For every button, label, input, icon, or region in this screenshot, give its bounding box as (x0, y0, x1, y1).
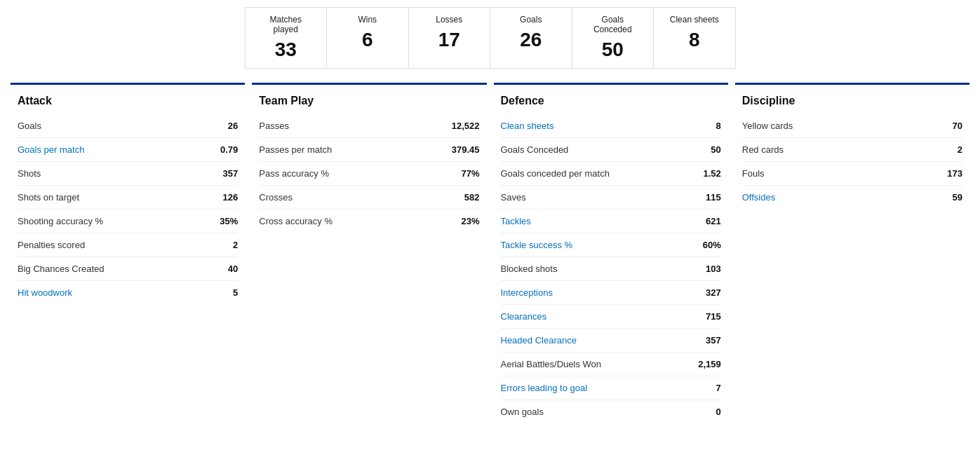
stat-label: Penalties scored (18, 240, 85, 250)
stat-label: Yellow cards (742, 121, 793, 131)
stat-label: Shots (18, 168, 41, 179)
stat-value: 5 (233, 287, 238, 298)
stat-value: 0.79 (220, 144, 238, 155)
summary-cell-4: Goals Conceded 50 (572, 8, 655, 68)
stat-label: Goals conceded per match (501, 168, 610, 179)
stat-value: 70 (953, 121, 962, 131)
summary-value-1: 6 (338, 29, 397, 51)
stat-value: 103 (706, 264, 721, 274)
summary-value-2: 17 (420, 29, 479, 51)
stat-label: Interceptions (501, 287, 553, 298)
stat-label: Saves (501, 192, 526, 203)
stat-row: Yellow cards70 (742, 114, 962, 138)
stat-value: 8 (716, 121, 721, 131)
stat-value: 357 (706, 335, 721, 346)
stat-row: Big Chances Created40 (18, 257, 238, 281)
section-title-2: Defence (501, 85, 721, 114)
stat-label: Headed Clearance (501, 335, 577, 346)
stat-value: 59 (953, 192, 962, 203)
stat-row: Passes12,522 (259, 114, 479, 138)
stat-label: Red cards (742, 144, 784, 155)
summary-cell-1: Wins 6 (327, 8, 409, 68)
stat-value: 23% (461, 216, 479, 226)
stat-value: 715 (706, 311, 721, 322)
stat-label: Offsides (742, 192, 775, 203)
stat-value: 0 (716, 407, 721, 417)
summary-cell-3: Goals 26 (490, 8, 572, 68)
stat-row: Shots357 (18, 162, 238, 186)
stat-row: Penalties scored2 (18, 233, 238, 257)
stat-label: Clearances (501, 311, 547, 322)
summary-label-5: Clean sheets (665, 15, 724, 25)
summary-bar: Matches played 33 Wins 6 Losses 17 Goals… (245, 7, 736, 69)
summary-label-4: Goals Conceded (584, 15, 643, 34)
summary-value-3: 26 (502, 29, 561, 51)
summary-label-0: Matches played (257, 15, 316, 34)
stat-label: Aerial Battles/Duels Won (501, 359, 602, 369)
stat-value: 379.45 (452, 144, 480, 155)
stat-row: Goals26 (18, 114, 238, 138)
stat-label: Fouls (742, 168, 765, 179)
stats-section-2: DefenceClean sheets8Goals Conceded50Goal… (494, 83, 728, 423)
stat-label: Goals (18, 121, 41, 131)
summary-label-3: Goals (502, 15, 561, 25)
stat-value: 126 (223, 192, 239, 203)
section-title-3: Discipline (742, 85, 962, 114)
stat-row: Shooting accuracy %35% (18, 210, 238, 233)
stat-label: Own goals (501, 407, 544, 417)
stat-row: Interceptions327 (501, 281, 721, 305)
summary-value-5: 8 (665, 29, 724, 51)
stat-value: 12,522 (452, 121, 480, 131)
stat-value: 582 (464, 192, 480, 203)
section-title-0: Attack (18, 85, 238, 114)
stat-row: Saves115 (501, 186, 721, 210)
stat-value: 2,159 (698, 359, 721, 369)
stat-label: Errors leading to goal (501, 383, 588, 393)
stat-row: Goals Conceded50 (501, 138, 721, 162)
stat-value: 50 (711, 144, 720, 155)
summary-cell-0: Matches played 33 (246, 8, 328, 68)
stat-label: Blocked shots (501, 264, 558, 274)
stat-value: 1.52 (703, 168, 720, 179)
stat-label: Tackle success % (501, 240, 573, 250)
stat-value: 26 (228, 121, 238, 131)
stat-label: Tackles (501, 216, 531, 226)
stat-row: Shots on target126 (18, 186, 238, 210)
stat-value: 60% (703, 240, 721, 250)
summary-label-2: Losses (420, 15, 479, 25)
stat-row: Pass accuracy %77% (259, 162, 479, 186)
stat-value: 2 (958, 144, 962, 155)
stat-value: 77% (461, 168, 479, 179)
stats-section-1: Team PlayPasses12,522Passes per match379… (252, 83, 486, 423)
stat-row: Blocked shots103 (501, 257, 721, 281)
stat-row: Passes per match379.45 (259, 138, 479, 162)
stat-label: Cross accuracy % (259, 216, 333, 226)
stat-row: Goals conceded per match1.52 (501, 162, 721, 186)
stat-row: Goals per match0.79 (18, 138, 238, 162)
stat-row: Errors leading to goal7 (501, 376, 721, 400)
stat-label: Passes per match (259, 144, 332, 155)
summary-value-0: 33 (257, 39, 316, 61)
stat-value: 115 (706, 192, 721, 203)
stats-grid: AttackGoals26Goals per match0.79Shots357… (7, 83, 973, 423)
stat-row: Cross accuracy %23% (259, 210, 479, 233)
stat-label: Goals Conceded (501, 144, 569, 155)
stat-value: 2 (233, 240, 238, 250)
stat-label: Pass accuracy % (259, 168, 329, 179)
summary-cell-2: Losses 17 (409, 8, 491, 68)
stat-value: 7 (716, 383, 721, 393)
stat-row: Red cards2 (742, 138, 962, 162)
stat-row: Aerial Battles/Duels Won2,159 (501, 353, 721, 376)
stat-label: Hit woodwork (18, 287, 72, 298)
section-title-1: Team Play (259, 85, 479, 114)
stat-label: Passes (259, 121, 289, 131)
summary-label-1: Wins (338, 15, 397, 25)
stat-row: Tackles621 (501, 210, 721, 233)
stat-label: Crosses (259, 192, 293, 203)
stat-label: Big Chances Created (18, 264, 105, 274)
summary-cell-5: Clean sheets 8 (654, 8, 735, 68)
stat-row: Headed Clearance357 (501, 329, 721, 353)
stat-value: 173 (947, 168, 962, 179)
stat-value: 327 (706, 287, 721, 298)
stat-row: Crosses582 (259, 186, 479, 210)
